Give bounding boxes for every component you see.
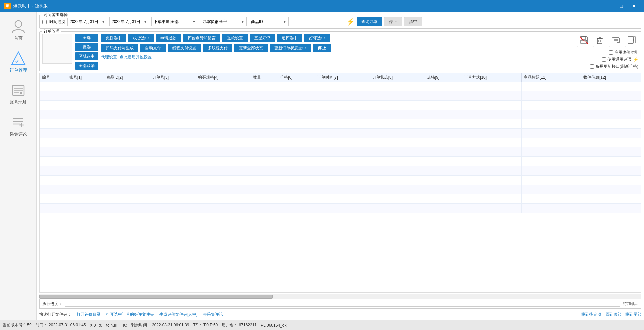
sidebar-account-label: 账号地址 xyxy=(10,99,27,105)
channel-select[interactable]: 下单渠道|全部 ▼ xyxy=(151,17,198,26)
qr-pay-button[interactable]: 扫码支付与生成 xyxy=(101,44,138,52)
orders-grid: 编号 账号[1] 商品ID[2] 订单号[3] 购买规格[4] 数量 价格[6]… xyxy=(40,73,641,213)
lightning-icon[interactable]: ⚡ xyxy=(346,18,355,26)
common-review-row: 使用通用评语 ⚡ xyxy=(602,57,638,62)
update-selected-status-button[interactable]: 更新订单状态选中 xyxy=(270,44,311,52)
svg-marker-1 xyxy=(12,52,25,65)
common-review-checkbox[interactable] xyxy=(602,57,606,62)
col-account: 账号[1] xyxy=(67,73,104,82)
open-review-dir-link[interactable]: 打开评价目录 xyxy=(77,312,101,317)
filter-bar: 时间范围选择 时间过滤 2022年 7月31日 ▼ 2022年 7月31日 ▼ … xyxy=(39,15,641,29)
product-id-chevron: ▼ xyxy=(283,20,286,24)
save-no-icon[interactable] xyxy=(577,34,590,47)
five-star-button[interactable]: 五星好评 xyxy=(250,34,275,42)
col-qty: 数量 xyxy=(251,73,278,82)
time-filter-checkbox[interactable] xyxy=(42,20,47,24)
date-end-select[interactable]: 2022年 7月31日 ▼ xyxy=(109,17,149,26)
time-filter-label: 时间过滤 xyxy=(49,19,65,25)
sidebar-item-collect[interactable]: 采集评论 xyxy=(3,111,33,140)
svg-rect-13 xyxy=(597,38,602,44)
channel-chevron: ▼ xyxy=(192,20,196,24)
goto-top-link[interactable]: 回到顶部 xyxy=(605,312,621,317)
sidebar-item-order[interactable]: 订单管理 xyxy=(3,47,33,76)
home-icon xyxy=(10,18,27,35)
auto-pay-button[interactable]: 自动支付 xyxy=(140,44,166,52)
table-row xyxy=(40,119,641,129)
collect-review-link[interactable]: 去采集评论 xyxy=(203,312,223,317)
col-price: 价格[6] xyxy=(278,73,315,82)
horizontal-scrollbar[interactable] xyxy=(39,294,641,299)
free-combine-button[interactable]: 免拼选中 xyxy=(101,34,126,42)
progress-bar-area: 执行进度： 待加载... xyxy=(39,299,641,309)
goto-bottom-link[interactable]: 跳到尾部 xyxy=(625,312,641,317)
review-like-button[interactable]: 评价点赞和留言 xyxy=(183,34,220,42)
goto-item-link[interactable]: 跳到指定项 xyxy=(581,312,601,317)
date-start-select[interactable]: 2022年 7月31日 ▼ xyxy=(67,17,107,26)
backup-interface-checkbox[interactable] xyxy=(590,64,594,69)
progress-label: 执行进度： xyxy=(42,301,62,307)
proxy-settings-link[interactable]: 代理设置 xyxy=(101,54,117,60)
multithread-pay-button[interactable]: 多线程支付 xyxy=(203,44,232,52)
enable-price-label: 启用改价功能 xyxy=(614,50,638,55)
close-button[interactable]: ✕ xyxy=(628,0,640,12)
select-all-button[interactable]: 全选 xyxy=(75,34,98,42)
tc-label: tc.null xyxy=(106,323,117,328)
open-good-review-link[interactable]: 打开选中订单的好评文件夹 xyxy=(106,312,154,317)
table-row xyxy=(40,129,641,138)
ts-label: TS： T:0 F:50 xyxy=(193,322,218,328)
backup-interface-row: 备用更新接口(刷新价格) xyxy=(590,64,638,69)
col-order-no: 订单号[3] xyxy=(150,73,196,82)
stop-button[interactable]: 停止 xyxy=(384,17,402,26)
sidebar-item-account[interactable]: 账号地址 xyxy=(3,79,33,108)
order-table[interactable]: 编号 账号[1] 商品ID[2] 订单号[3] 购买规格[4] 数量 价格[6]… xyxy=(39,73,641,293)
backup-interface-label: 备用更新接口(刷新价格) xyxy=(596,64,638,69)
app-icon: 爆 xyxy=(4,3,11,9)
table-row xyxy=(40,157,641,166)
date-start-chevron: ▼ xyxy=(102,20,105,24)
table-row xyxy=(40,91,641,101)
query-order-button[interactable]: 查询订单 xyxy=(357,17,382,26)
delete-icon[interactable] xyxy=(593,34,606,47)
receive-goods-button[interactable]: 收货选中 xyxy=(128,34,154,42)
minimize-button[interactable]: － xyxy=(603,0,615,12)
stop-action-button[interactable]: 停止 xyxy=(313,44,331,52)
statusbar: 当前版本号:1.59 时间： 2022-07-31 06:01:45 X:0 T… xyxy=(0,320,644,330)
table-row xyxy=(40,101,641,110)
refund-button[interactable]: 申请退款 xyxy=(156,34,181,42)
col-order-time: 下单时间[7] xyxy=(315,73,370,82)
refund-settings-button[interactable]: 退款设置 xyxy=(222,34,248,42)
order-panel: 订单管理 全选 反选 区域选中 全部取消 免拼选中 收货选中 申 xyxy=(39,31,641,71)
table-row xyxy=(40,166,641,176)
update-all-status-button[interactable]: 更新全部状态 xyxy=(234,44,268,52)
search-input[interactable] xyxy=(291,17,344,26)
lightning-small-icon: ⚡ xyxy=(633,57,638,62)
collect-icon xyxy=(10,114,27,131)
sidebar-collect-label: 采集评论 xyxy=(10,131,27,137)
export-icon[interactable] xyxy=(609,34,622,47)
followup-review-button[interactable]: 追评选中 xyxy=(277,34,302,42)
gen-review-folder-link[interactable]: 生成评价文件夹[选中] xyxy=(159,312,198,317)
product-id-select[interactable]: 商品ID ▼ xyxy=(249,17,289,26)
sidebar-item-home[interactable]: 首页 xyxy=(3,15,33,44)
order-controls: 全选 反选 区域选中 全部取消 免拼选中 收货选中 申请退款 评价点赞和留言 退… xyxy=(42,34,638,70)
table-row xyxy=(40,204,641,213)
tk-label: TK: xyxy=(121,323,127,328)
clear-button[interactable]: 清空 xyxy=(404,17,422,26)
col-order-method: 下单方式[10] xyxy=(462,73,522,82)
other-settings-link[interactable]: 点此启用其他设置 xyxy=(120,54,152,60)
table-row xyxy=(40,176,641,185)
cancel-all-button[interactable]: 全部取消 xyxy=(75,62,98,70)
enable-price-checkbox[interactable] xyxy=(609,50,613,55)
import-icon[interactable] xyxy=(625,34,638,47)
status-select[interactable]: 订单状态|全部 ▼ xyxy=(200,17,247,26)
scrollbar-thumb[interactable] xyxy=(39,295,273,299)
good-review-button[interactable]: 好评选中 xyxy=(304,34,330,42)
svg-point-0 xyxy=(15,21,22,27)
order-panel-label: 订单管理 xyxy=(42,29,61,34)
thread-pay-settings-button[interactable]: 线程支付设置 xyxy=(168,44,201,52)
progress-track xyxy=(65,301,620,307)
table-row xyxy=(40,185,641,194)
region-select-button[interactable]: 区域选中 xyxy=(75,52,98,60)
invert-select-button[interactable]: 反选 xyxy=(75,43,98,51)
maximize-button[interactable]: □ xyxy=(615,0,627,12)
